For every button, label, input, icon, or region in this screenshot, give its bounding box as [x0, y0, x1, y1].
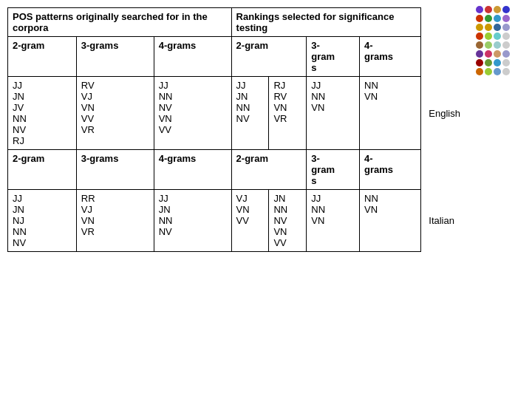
ita-r-3gram: JJ NN VN — [307, 190, 360, 252]
dot — [476, 68, 483, 75]
dot — [494, 15, 501, 22]
empty-subheader-2 — [421, 150, 466, 190]
empty-subheader — [421, 37, 466, 77]
dot — [485, 41, 492, 49]
ita-r-2gram: JN NN NV VN VV — [269, 190, 307, 252]
main-content: POS patterns originally searched for in … — [0, 0, 473, 399]
col-4grams-header-2: 4-grams — [154, 150, 231, 190]
dot — [502, 59, 510, 66]
eng-3gram: RV VJ VN VV VR — [76, 77, 154, 150]
dot-row — [476, 24, 529, 31]
dot — [502, 24, 510, 31]
header-right: Rankings selected for significance testi… — [231, 8, 421, 37]
ita-3gram: RR VJ VN VR — [76, 190, 154, 252]
main-table: POS patterns originally searched for in … — [7, 7, 466, 252]
dot — [502, 68, 510, 75]
r-col-2gram-header-2: 2-gram — [231, 150, 307, 190]
r-col-4grams-header-2: 4-grams — [360, 150, 421, 190]
dot — [476, 24, 483, 31]
dot — [502, 41, 510, 49]
dot-row — [476, 50, 529, 58]
col-3grams-header-2: 3-grams — [76, 150, 154, 190]
eng-r-2gram: JJ JN NN NV — [231, 77, 269, 150]
ita-4gram-b: VJ VN VV — [231, 190, 269, 252]
dot — [476, 6, 483, 13]
dot — [476, 15, 483, 22]
dot — [502, 50, 510, 58]
dot-row — [476, 6, 529, 13]
dot — [476, 33, 483, 40]
ita-2gram: JJ JN NJ NN NV — [8, 190, 77, 252]
subheader-row-2: 2-gram 3-grams 4-grams 2-gram 3-grams 4-… — [8, 150, 466, 190]
r-col-3gram-header: 3-grams — [307, 37, 360, 77]
r-col-3gram-header-2: 3-grams — [307, 150, 360, 190]
eng-r-3gram: JJ NN VN — [307, 77, 360, 150]
italian-label: Italian — [421, 190, 466, 252]
dot — [502, 6, 510, 13]
dot — [485, 33, 492, 40]
dot-row — [476, 41, 529, 49]
dot — [476, 41, 483, 49]
dot-row — [476, 68, 529, 75]
dot — [485, 59, 492, 66]
dot — [494, 24, 501, 31]
dot — [502, 33, 510, 40]
eng-2gram: JJ JN JV NN NV RJ — [8, 77, 77, 150]
col-2gram-header-2: 2-gram — [8, 150, 77, 190]
dot — [485, 68, 492, 75]
col-3grams-header: 3-grams — [76, 37, 154, 77]
dot — [494, 50, 501, 58]
subheader-row: 2-gram 3-grams 4-grams 2-gram 3-grams 4-… — [8, 37, 466, 77]
dot-row — [476, 33, 529, 40]
italian-row: JJ JN NJ NN NV RR VJ VN VR JJ JN NN NV V… — [8, 190, 466, 252]
col-2gram-header: 2-gram — [8, 37, 77, 77]
eng-r-2gram-b: RJ RV VN VR — [269, 77, 307, 150]
eng-4gram: JJ NN NV VN VV — [154, 77, 231, 150]
dot — [476, 50, 483, 58]
dot — [476, 59, 483, 66]
dot — [485, 50, 492, 58]
dot — [485, 15, 492, 22]
dot-grid — [473, 0, 532, 399]
dot-row — [476, 15, 529, 22]
dot-row — [476, 59, 529, 66]
col-4grams-header: 4-grams — [154, 37, 231, 77]
dot — [494, 68, 501, 75]
header-row: POS patterns originally searched for in … — [8, 8, 466, 37]
english-row: JJ JN JV NN NV RJ RV VJ VN VV VR JJ NN N… — [8, 77, 466, 150]
empty-header — [421, 8, 466, 37]
dot — [494, 33, 501, 40]
dot — [494, 6, 501, 13]
dot — [502, 15, 510, 22]
english-label: English — [421, 77, 466, 150]
dot — [494, 59, 501, 66]
r-col-2gram-header: 2-gram — [231, 37, 307, 77]
header-left: POS patterns originally searched for in … — [8, 8, 232, 37]
eng-r-4gram: NN VN — [360, 77, 421, 150]
r-col-4grams-header: 4-grams — [360, 37, 421, 77]
dot — [494, 41, 501, 49]
ita-4gram-a: JJ JN NN NV — [154, 190, 231, 252]
dot — [485, 24, 492, 31]
dot — [485, 6, 492, 13]
ita-r-4gram: NN VN — [360, 190, 421, 252]
